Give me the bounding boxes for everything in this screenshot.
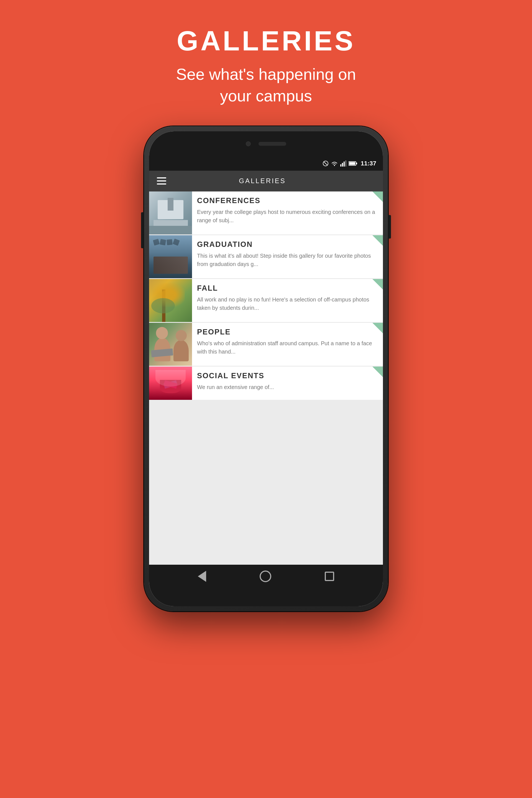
recents-button[interactable] <box>325 572 334 581</box>
page-header: GALLERIES See what's happening onyour ca… <box>176 0 356 107</box>
speaker-grille <box>259 142 286 146</box>
battery-icon <box>348 161 358 166</box>
bottom-nav <box>149 565 383 588</box>
back-icon <box>198 571 206 582</box>
item-title: SOCIAL EVENTS <box>197 372 377 380</box>
gallery-item-corner <box>373 235 383 246</box>
item-image-graduation <box>149 235 192 278</box>
hamburger-line-2 <box>157 180 166 182</box>
svg-rect-8 <box>349 162 355 165</box>
item-title: FALL <box>197 284 377 292</box>
svg-line-1 <box>324 162 327 166</box>
gallery-list[interactable]: CONFERENCES Every year the college plays… <box>149 191 383 565</box>
item-image-fall <box>149 279 192 322</box>
item-desc: Every year the college plays host to num… <box>197 208 377 225</box>
signal-icon <box>340 160 346 167</box>
svg-rect-5 <box>344 162 345 167</box>
blocked-icon <box>323 160 329 167</box>
item-image-people <box>149 323 192 366</box>
item-title: GRADUATION <box>197 240 377 249</box>
item-desc: We run an extensive range of... <box>197 383 377 391</box>
hamburger-line-1 <box>157 177 166 178</box>
app-bar-title: GALLERIES <box>166 177 359 185</box>
phone-screen: 11:37 GALLERIES <box>149 131 383 606</box>
status-time: 11:37 <box>361 160 376 167</box>
gallery-item-corner <box>373 366 383 377</box>
item-content-fall: FALL All work and no play is no fun! Her… <box>192 279 383 322</box>
item-title: CONFERENCES <box>197 196 377 205</box>
power-button <box>388 215 391 239</box>
svg-rect-9 <box>356 163 357 164</box>
recents-icon <box>325 572 334 581</box>
page-background: GALLERIES See what's happening onyour ca… <box>0 0 532 798</box>
item-image-conferences <box>149 191 192 234</box>
item-content-graduation: GRADUATION This is what it's all about! … <box>192 235 383 278</box>
item-desc: All work and no play is no fun! Here's a… <box>197 296 377 312</box>
page-subtitle: See what's happening onyour campus <box>176 63 356 107</box>
svg-point-2 <box>334 165 335 166</box>
phone-mockup: 11:37 GALLERIES <box>144 126 388 611</box>
svg-rect-4 <box>342 163 343 167</box>
top-bezel <box>149 131 383 156</box>
svg-rect-3 <box>340 164 341 167</box>
svg-rect-6 <box>345 160 346 167</box>
item-image-social <box>149 366 192 400</box>
page-title: GALLERIES <box>176 25 356 57</box>
item-title: PEOPLE <box>197 328 377 336</box>
list-item[interactable]: PEOPLE Who's who of administration staff… <box>149 323 383 366</box>
app-bar: GALLERIES <box>149 171 383 191</box>
hamburger-line-3 <box>157 184 166 185</box>
list-item[interactable]: FALL All work and no play is no fun! Her… <box>149 279 383 322</box>
item-content-social: SOCIAL EVENTS We run an extensive range … <box>192 366 383 400</box>
volume-button <box>141 212 144 248</box>
list-item[interactable]: GRADUATION This is what it's all about! … <box>149 235 383 278</box>
item-desc: Who's who of administration staff around… <box>197 339 377 356</box>
phone-shell: 11:37 GALLERIES <box>144 126 388 611</box>
home-icon <box>260 571 271 582</box>
hamburger-button[interactable] <box>157 177 166 185</box>
wifi-icon <box>331 160 338 167</box>
item-desc: This is what it's all about! Step inside… <box>197 252 377 268</box>
gallery-item-corner <box>373 279 383 289</box>
gallery-item-corner <box>373 191 383 202</box>
status-bar: 11:37 <box>149 156 383 171</box>
list-item[interactable]: CONFERENCES Every year the college plays… <box>149 191 383 234</box>
item-content-conferences: CONFERENCES Every year the college plays… <box>192 191 383 234</box>
bottom-bezel <box>149 588 383 606</box>
back-button[interactable] <box>198 571 206 582</box>
front-camera <box>246 141 251 146</box>
home-button[interactable] <box>260 571 271 582</box>
gallery-item-corner <box>373 323 383 333</box>
item-content-people: PEOPLE Who's who of administration staff… <box>192 323 383 366</box>
list-item[interactable]: SOCIAL EVENTS We run an extensive range … <box>149 366 383 400</box>
